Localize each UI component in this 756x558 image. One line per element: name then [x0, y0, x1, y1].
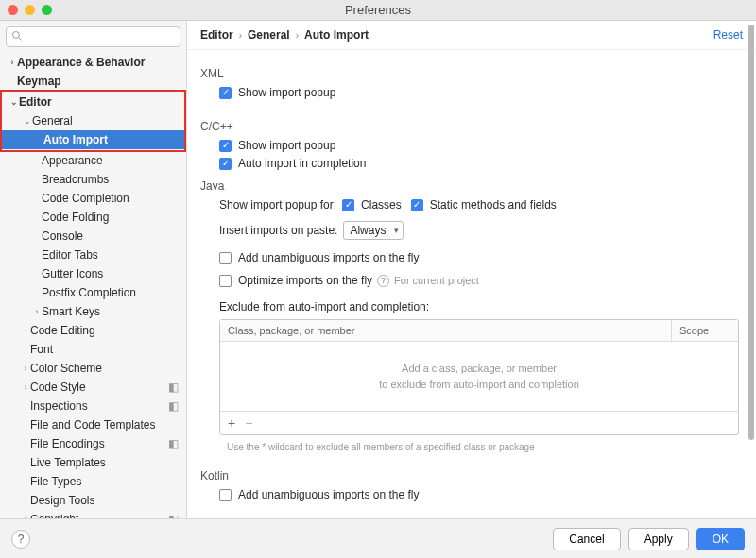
svg-point-0	[13, 32, 20, 39]
label-show-import-popup-for: Show import popup for:	[219, 198, 336, 211]
label-exclude: Exclude from auto-import and completion:	[219, 300, 429, 313]
tree-item-smart-keys[interactable]: ›Smart Keys	[0, 302, 186, 321]
window-title: Preferences	[0, 3, 756, 17]
tree-item-appearance-behavior[interactable]: ›Appearance & Behavior	[0, 53, 186, 72]
tree-item-gutter-icons[interactable]: Gutter Icons	[0, 264, 186, 283]
tree-item-general[interactable]: ⌄General	[2, 111, 184, 130]
remove-button[interactable]: −	[245, 415, 252, 431]
checkbox-java-classes[interactable]	[342, 199, 354, 211]
hint-for-current-project: For current project	[394, 275, 479, 286]
content-header: Editor › General › Auto Import Reset	[187, 21, 756, 50]
label-insert-imports-on-paste: Insert imports on paste:	[219, 224, 337, 237]
column-scope[interactable]: Scope	[672, 320, 738, 341]
project-badge-icon: ◧	[168, 380, 179, 394]
breadcrumb-auto-import: Auto Import	[304, 28, 369, 42]
search-input[interactable]	[6, 26, 180, 47]
tree-item-editor[interactable]: ⌄Editor	[2, 93, 184, 111]
label-classes: Classes	[361, 198, 402, 211]
ok-button[interactable]: OK	[696, 528, 745, 550]
project-badge-icon: ◧	[168, 437, 179, 450]
highlight-box: ⌄Editor ⌄General Auto Import	[0, 90, 186, 152]
label-add-unambiguous: Add unambiguous imports on the fly	[238, 488, 419, 501]
section-java: Java	[200, 179, 739, 193]
help-button[interactable]: ?	[11, 530, 30, 549]
tree-item-code-editing[interactable]: Code Editing	[0, 321, 186, 340]
checkbox-kotlin-add-unambiguous[interactable]	[219, 489, 232, 501]
checkbox-ccpp-auto-import-completion[interactable]	[219, 158, 232, 170]
project-badge-icon: ◧	[168, 399, 179, 413]
tree-item-file-types[interactable]: File Types	[0, 472, 186, 491]
label-optimize-imports: Optimize imports on the fly	[238, 274, 372, 287]
label-show-import-popup: Show import popup	[238, 139, 335, 152]
tree-item-copyright[interactable]: ›Copyright◧	[0, 510, 186, 518]
checkbox-ccpp-show-import-popup[interactable]	[219, 140, 232, 152]
tree-item-file-code-templates[interactable]: File and Code Templates	[0, 415, 186, 434]
content-pane: Editor › General › Auto Import Reset XML…	[187, 21, 756, 518]
settings-tree: ›Appearance & Behavior Keymap ⌄Editor ⌄G…	[0, 53, 186, 518]
footer: ? Cancel Apply OK	[0, 518, 756, 558]
tree-item-appearance[interactable]: Appearance	[0, 151, 186, 170]
project-badge-icon: ◧	[168, 513, 179, 518]
apply-button[interactable]: Apply	[628, 528, 689, 550]
tree-item-breadcrumbs[interactable]: Breadcrumbs	[0, 170, 186, 189]
section-xml: XML	[200, 67, 739, 80]
svg-line-1	[19, 38, 22, 41]
tree-item-font[interactable]: Font	[0, 340, 186, 359]
add-button[interactable]: +	[228, 415, 235, 431]
cancel-button[interactable]: Cancel	[553, 528, 620, 550]
tree-item-editor-tabs[interactable]: Editor Tabs	[0, 245, 186, 264]
label-auto-import-completion: Auto import in completion	[238, 157, 366, 170]
column-class[interactable]: Class, package, or member	[220, 320, 672, 341]
tree-item-auto-import[interactable]: Auto Import	[2, 130, 184, 149]
label-static-methods: Static methods and fields	[430, 198, 557, 211]
section-ccpp: C/C++	[200, 120, 739, 133]
content-scroll[interactable]: XML Show import popup C/C++ Show import …	[187, 50, 756, 518]
breadcrumb-editor[interactable]: Editor	[200, 28, 233, 42]
select-insert-imports-on-paste[interactable]: Always	[343, 221, 404, 240]
tree-item-postfix-completion[interactable]: Postfix Completion	[0, 283, 186, 302]
sidebar: ›Appearance & Behavior Keymap ⌄Editor ⌄G…	[0, 21, 187, 518]
tree-item-code-folding[interactable]: Code Folding	[0, 208, 186, 227]
tree-item-code-completion[interactable]: Code Completion	[0, 189, 186, 208]
checkbox-xml-show-import-popup[interactable]	[219, 87, 232, 99]
breadcrumb-general[interactable]: General	[248, 28, 290, 42]
chevron-right-icon: ›	[296, 30, 299, 41]
wildcard-hint: Use the * wildcard to exclude all member…	[219, 435, 739, 454]
reset-link[interactable]: Reset	[713, 28, 743, 42]
exclude-empty-state: Add a class, package, or member to exclu…	[220, 342, 738, 411]
label-add-unambiguous: Add unambiguous imports on the fly	[238, 251, 419, 264]
tree-item-console[interactable]: Console	[0, 227, 186, 245]
tree-item-color-scheme[interactable]: ›Color Scheme	[0, 359, 186, 378]
tree-item-code-style[interactable]: ›Code Style◧	[0, 378, 186, 397]
tree-item-inspections[interactable]: Inspections◧	[0, 397, 186, 415]
scrollbar[interactable]	[748, 25, 755, 515]
checkbox-java-add-unambiguous[interactable]	[219, 252, 232, 264]
exclude-table: Class, package, or member Scope Add a cl…	[219, 319, 739, 435]
section-kotlin: Kotlin	[200, 469, 739, 482]
search-icon	[11, 30, 23, 42]
chevron-right-icon: ›	[239, 30, 242, 41]
checkbox-java-optimize-imports[interactable]	[219, 275, 232, 287]
tree-item-file-encodings[interactable]: File Encodings◧	[0, 434, 186, 453]
tree-item-live-templates[interactable]: Live Templates	[0, 453, 186, 472]
label-show-import-popup: Show import popup	[238, 86, 335, 99]
help-icon[interactable]: ?	[377, 275, 389, 287]
tree-item-keymap[interactable]: Keymap	[0, 72, 186, 91]
checkbox-java-static-methods[interactable]	[411, 199, 423, 211]
titlebar: Preferences	[0, 0, 756, 21]
tree-item-design-tools[interactable]: Design Tools	[0, 491, 186, 510]
